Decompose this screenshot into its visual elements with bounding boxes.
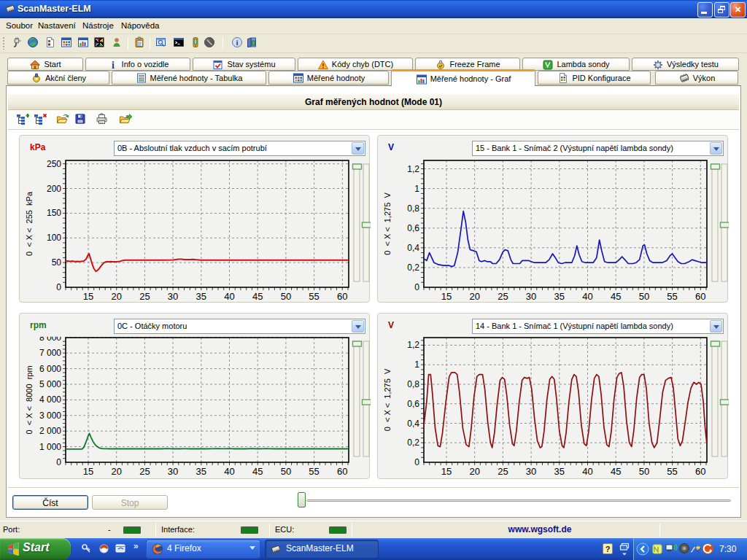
svg-text:0: 0 — [56, 282, 61, 292]
svg-text:0,6: 0,6 — [407, 223, 419, 233]
svg-text:200: 200 — [47, 184, 61, 194]
svg-text:3 000: 3 000 — [39, 411, 61, 421]
svg-text:6 000: 6 000 — [39, 364, 61, 374]
svg-text:20: 20 — [111, 291, 121, 302]
svg-text:0,8: 0,8 — [407, 203, 419, 214]
svg-text:1,2: 1,2 — [407, 340, 419, 350]
svg-text:i: i — [112, 60, 115, 70]
svg-text:0: 0 — [414, 282, 419, 292]
svg-text:15: 15 — [441, 291, 452, 302]
svg-text:50: 50 — [281, 466, 291, 477]
svg-text:50: 50 — [639, 466, 649, 477]
svg-text:20: 20 — [469, 466, 479, 477]
svg-text:60: 60 — [695, 291, 705, 302]
svg-text:8 000: 8 000 — [39, 332, 61, 343]
svg-text:50: 50 — [281, 291, 291, 302]
svg-text:150: 150 — [47, 208, 61, 218]
svg-text:4 000: 4 000 — [39, 394, 61, 405]
svg-text:30: 30 — [526, 466, 536, 477]
svg-text:45: 45 — [252, 291, 263, 302]
svg-text:25: 25 — [139, 466, 150, 477]
svg-text:50: 50 — [52, 257, 62, 268]
svg-text:250: 250 — [47, 159, 61, 169]
svg-text:0 < X < 1,275 V: 0 < X < 1,275 V — [383, 368, 392, 431]
svg-text:35: 35 — [196, 291, 206, 302]
svg-text:100: 100 — [47, 233, 61, 243]
svg-text:20: 20 — [469, 291, 479, 302]
svg-text:0,8: 0,8 — [407, 379, 419, 389]
svg-text:2 000: 2 000 — [39, 426, 61, 436]
svg-text:0,4: 0,4 — [407, 419, 419, 429]
svg-text:0,2: 0,2 — [407, 262, 419, 273]
svg-text:40: 40 — [582, 291, 592, 302]
svg-text:35: 35 — [196, 466, 206, 477]
svg-text:7 000: 7 000 — [39, 348, 61, 358]
svg-text:40: 40 — [582, 466, 592, 477]
svg-text:1,2: 1,2 — [407, 164, 419, 174]
svg-text:0: 0 — [414, 457, 419, 467]
svg-text:0 < X < 1,275 V: 0 < X < 1,275 V — [383, 192, 392, 255]
svg-text:0,6: 0,6 — [407, 399, 419, 409]
svg-text:60: 60 — [337, 291, 347, 302]
svg-text:1: 1 — [414, 184, 419, 194]
svg-text:55: 55 — [309, 291, 319, 302]
svg-text:0 < X < 255 kPa: 0 < X < 255 kPa — [25, 191, 34, 256]
svg-text:0: 0 — [56, 457, 61, 467]
svg-text:0,2: 0,2 — [407, 438, 419, 448]
svg-text:30: 30 — [168, 466, 178, 477]
svg-text:60: 60 — [337, 466, 347, 477]
svg-text:30: 30 — [168, 291, 178, 302]
svg-text:25: 25 — [139, 291, 150, 302]
svg-text:15: 15 — [441, 466, 452, 477]
svg-text:55: 55 — [309, 466, 319, 477]
svg-text:15: 15 — [83, 466, 93, 477]
svg-text:45: 45 — [252, 466, 263, 477]
svg-text:25: 25 — [498, 291, 508, 302]
svg-text:1 000: 1 000 — [39, 442, 61, 452]
svg-text:50: 50 — [639, 291, 649, 302]
svg-text:15: 15 — [83, 291, 93, 302]
svg-text:25: 25 — [498, 466, 508, 477]
svg-text:40: 40 — [224, 291, 234, 302]
svg-text:45: 45 — [611, 466, 621, 477]
svg-text:55: 55 — [667, 466, 677, 477]
svg-text:5 000: 5 000 — [39, 379, 61, 389]
svg-text:35: 35 — [554, 466, 565, 477]
svg-text:0 < X < 8000 rpm: 0 < X < 8000 rpm — [25, 365, 34, 434]
svg-text:35: 35 — [554, 291, 565, 302]
svg-text:i: i — [236, 38, 238, 47]
svg-text:20: 20 — [111, 466, 121, 477]
svg-text:55: 55 — [667, 291, 677, 302]
svg-text:60: 60 — [695, 466, 705, 477]
svg-text:0,4: 0,4 — [407, 243, 419, 253]
svg-text:1: 1 — [414, 359, 419, 370]
svg-text:40: 40 — [224, 466, 234, 477]
svg-text:45: 45 — [611, 291, 621, 302]
svg-text:30: 30 — [526, 291, 536, 302]
